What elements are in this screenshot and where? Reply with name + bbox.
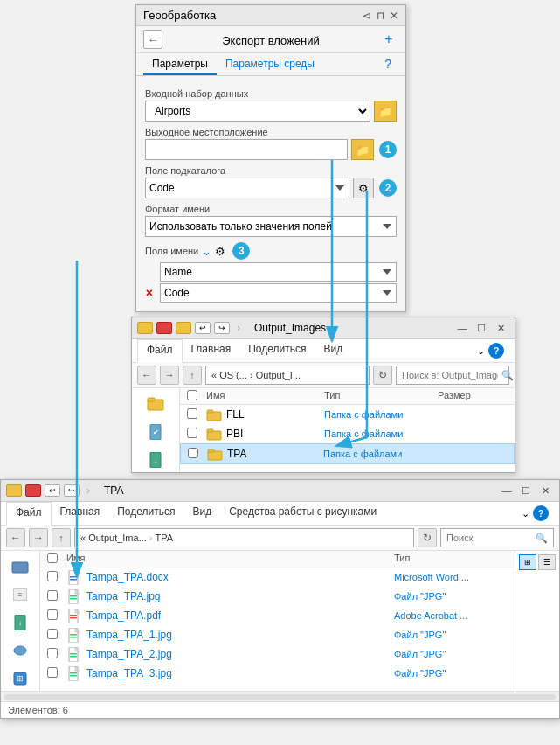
file-checkbox-1[interactable] <box>187 428 197 438</box>
exp2-tab-share[interactable]: Поделиться <box>108 502 183 525</box>
exp2-main: Имя Тип Tampa_TPA.docx Microsoft Word ..… <box>40 551 515 691</box>
file-name: PBI <box>226 428 324 440</box>
svg-point-17 <box>14 646 26 655</box>
fields-gear-icon[interactable]: ⚙ <box>215 245 225 258</box>
exp1-close-btn[interactable]: ✕ <box>492 320 509 336</box>
table-row[interactable]: Tampa_TPA_1.jpg Файл "JPG" <box>40 625 515 644</box>
explorer1-win-btns: — ☐ ✕ <box>453 320 509 336</box>
output-folder-button[interactable]: 📁 <box>351 139 374 160</box>
exp2-select-all-checkbox[interactable] <box>47 553 58 563</box>
exp2-sidebar-icon2[interactable]: ≡ <box>7 582 33 607</box>
exp1-refresh-btn[interactable]: ↻ <box>373 366 392 385</box>
file2-checkbox-4[interactable] <box>47 648 58 658</box>
file2-checkbox-1[interactable] <box>47 590 58 601</box>
exp1-up-btn[interactable]: ↑ <box>183 366 202 385</box>
exp2-chevron-icon[interactable]: ⌄ <box>522 508 529 519</box>
exp1-sidebar-icon3[interactable]: ↓ <box>142 448 169 472</box>
exp1-ribbon-extra: ⌄ ? <box>472 339 509 362</box>
field-code-select[interactable]: Code <box>160 283 397 303</box>
exp1-tab-view[interactable]: Вид <box>315 339 351 362</box>
explorer2-titlebar: ↩ ↪ › TPA — ☐ ✕ <box>1 480 559 502</box>
table-row[interactable]: TPA Папка с файлами <box>180 443 515 464</box>
exp2-search-input[interactable] <box>446 533 532 543</box>
exp2-view-btn-list[interactable]: ☰ <box>538 554 556 570</box>
exp2-sidebar-icon4[interactable] <box>7 638 33 663</box>
row-checkbox <box>188 448 207 461</box>
exp2-tab-view[interactable]: Вид <box>183 502 220 525</box>
exp1-forward-btn[interactable]: → <box>160 366 179 385</box>
exp2-close-btn[interactable]: ✕ <box>536 483 554 498</box>
exp2-forward-btn[interactable]: → <box>29 528 48 547</box>
exp1-maximize-btn[interactable]: ☐ <box>473 320 490 336</box>
file-name: Tampa_TPA.docx <box>86 571 394 583</box>
exp1-col-type: Тип <box>324 390 438 402</box>
exp2-back-btn[interactable]: ← <box>6 528 25 547</box>
format-select[interactable]: Использовать только значения полей <box>145 216 397 237</box>
file2-checkbox-3[interactable] <box>47 629 58 639</box>
exp2-sidebar-icon3[interactable]: ↓ <box>7 610 33 635</box>
exp1-tab-home[interactable]: Главная <box>183 339 240 362</box>
exp1-col-name: Имя <box>206 390 324 402</box>
expand-icon[interactable]: ⌄ <box>202 245 211 258</box>
svg-rect-30 <box>70 615 77 616</box>
tab-params[interactable]: Параметры <box>143 53 217 75</box>
file2-checkbox-0[interactable] <box>47 571 58 581</box>
exp1-select-all-checkbox[interactable] <box>187 390 197 400</box>
tab-env[interactable]: Параметры среды <box>217 53 323 75</box>
exp1-sidebar-icon1[interactable] <box>142 392 169 416</box>
exp2-minimize-btn[interactable]: — <box>498 483 515 498</box>
exp2-view-btn-grid[interactable]: ⊞ <box>519 554 536 570</box>
exp2-help-icon[interactable]: ? <box>533 505 549 521</box>
detach-icon[interactable]: ⊓ <box>377 10 384 22</box>
exp1-search-input[interactable] <box>402 370 498 380</box>
exp2-tab-tools[interactable]: Средства работы с рисунками <box>220 502 385 525</box>
exp2-address-bar[interactable]: « Output_Ima... › TPA <box>74 528 414 547</box>
close-icon[interactable]: ✕ <box>390 10 398 22</box>
table-row[interactable]: PBI Папка с файлами <box>180 424 515 443</box>
file-name: Tampa_TPA_2.jpg <box>86 648 394 660</box>
exp2-tab-file[interactable]: Файл <box>6 502 52 526</box>
pin-icon[interactable]: ⊲ <box>363 10 371 22</box>
remove-code-btn[interactable]: ✕ <box>145 288 157 299</box>
exp1-tab-file[interactable]: Файл <box>137 339 183 363</box>
file-type: Файл "JPG" <box>394 668 508 679</box>
exp2-tab-home[interactable]: Главная <box>52 502 109 525</box>
svg-rect-1 <box>148 398 155 401</box>
exp1-chevron-down-icon[interactable]: ⌄ <box>477 345 485 357</box>
table-row[interactable]: Tampa_TPA_3.jpg Файл "JPG" <box>40 664 515 683</box>
table-row[interactable]: Tampa_TPA.docx Microsoft Word ... <box>40 567 515 587</box>
table-row[interactable]: Tampa_TPA.pdf Adobe Acrobat ... <box>40 606 515 625</box>
exp2-refresh-btn[interactable]: ↻ <box>418 528 437 547</box>
help-icon[interactable]: ? <box>377 53 398 75</box>
file-checkbox-2[interactable] <box>188 448 198 458</box>
exp2-sidebar-icon5[interactable]: ⊞ <box>7 666 33 691</box>
exp1-sidebar-icon2[interactable]: ✔ <box>142 420 169 444</box>
table-row[interactable]: Tampa_TPA.jpg Файл "JPG" <box>40 587 515 606</box>
table-row[interactable]: Tampa_TPA_2.jpg Файл "JPG" <box>40 644 515 664</box>
output-input[interactable]: Output_Images <box>145 139 348 160</box>
file-checkbox-0[interactable] <box>187 408 197 419</box>
exp1-address-bar[interactable]: « OS (... › Output_I... <box>205 366 370 385</box>
input-folder-button[interactable]: 📁 <box>374 101 397 122</box>
file-icon <box>66 570 82 584</box>
file2-checkbox-2[interactable] <box>47 609 58 620</box>
exp2-up-btn[interactable]: ↑ <box>52 528 71 547</box>
subdir-gear-button[interactable]: ⚙ <box>353 178 374 198</box>
back-button[interactable]: ← <box>143 30 162 49</box>
exp2-col-check <box>47 553 66 565</box>
subdir-select[interactable]: Code <box>145 178 349 198</box>
exp1-header-row: Имя Тип Размер <box>180 388 515 405</box>
exp1-back-btn[interactable]: ← <box>137 366 156 385</box>
exp1-tab-share[interactable]: Поделиться <box>239 339 315 362</box>
file2-checkbox-5[interactable] <box>47 667 58 678</box>
table-row[interactable]: FLL Папка с файлами <box>180 405 515 424</box>
file-type: Файл "JPG" <box>394 649 508 659</box>
add-button[interactable]: + <box>379 30 398 49</box>
exp2-sidebar-icon1[interactable] <box>7 554 33 579</box>
exp2-scrollbar[interactable] <box>1 691 559 701</box>
exp1-minimize-btn[interactable]: — <box>453 320 471 336</box>
exp1-help-icon[interactable]: ? <box>488 343 504 359</box>
input-select[interactable]: Airports <box>145 101 370 122</box>
field-name-select[interactable]: Name <box>160 262 397 282</box>
exp2-maximize-btn[interactable]: ☐ <box>517 483 535 498</box>
